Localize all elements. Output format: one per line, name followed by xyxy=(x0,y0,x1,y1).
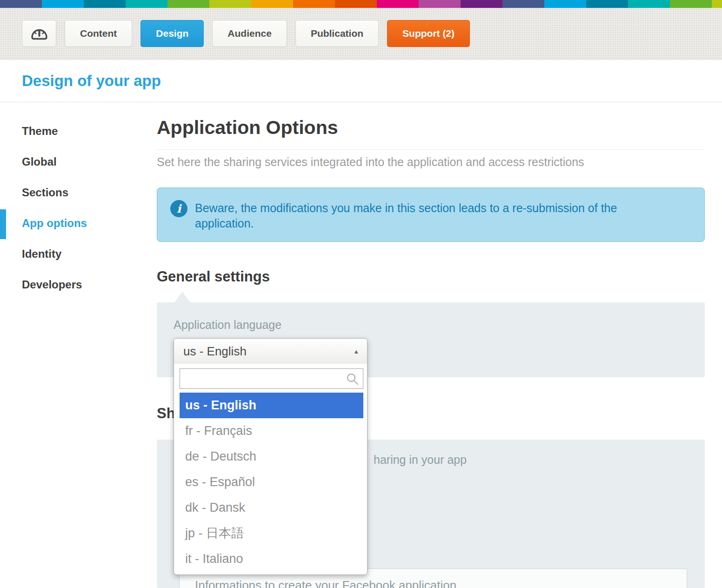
sidebar-active-indicator xyxy=(0,209,6,239)
tab-support[interactable]: Support (2) xyxy=(387,20,470,47)
sidebar-item-app-options[interactable]: App options xyxy=(22,217,87,230)
resubmission-notice: i Beware, the modifications you make in … xyxy=(157,187,705,242)
strip-segment xyxy=(712,0,722,8)
dropdown-option[interactable]: dk - Dansk xyxy=(180,495,363,521)
tab-audience[interactable]: Audience xyxy=(212,20,287,47)
page-title-bar: Design of your app xyxy=(0,60,722,102)
page-title: Design of your app xyxy=(22,72,161,90)
strip-segment xyxy=(670,0,712,8)
rainbow-strip xyxy=(0,0,722,8)
strip-segment xyxy=(461,0,502,8)
panel-notch xyxy=(174,292,190,302)
selected-language: us - English xyxy=(183,339,247,364)
sidebar-item-sections[interactable]: Sections xyxy=(22,186,68,199)
section-subtitle: Set here the sharing services integrated… xyxy=(157,155,584,169)
strip-segment xyxy=(419,0,461,8)
sidebar-item-global[interactable]: Global xyxy=(22,155,57,168)
language-dropdown-trigger[interactable]: us - English ▲ xyxy=(174,339,367,364)
tab-design[interactable]: Design xyxy=(140,20,204,47)
dropdown-option[interactable]: fr - Français xyxy=(180,418,363,444)
strip-segment xyxy=(335,0,377,8)
chevron-up-icon: ▲ xyxy=(353,348,359,355)
dropdown-option[interactable]: de - Deutsch xyxy=(180,444,363,469)
strip-segment xyxy=(167,0,209,8)
section-title: Application Options xyxy=(157,117,338,139)
strip-segment xyxy=(84,0,126,8)
sidebar-item-identity[interactable]: Identity xyxy=(22,247,61,261)
language-options: us - Englishfr - Françaisde - Deutsches … xyxy=(180,393,363,572)
strip-segment xyxy=(126,0,167,8)
dashboard-button[interactable] xyxy=(22,20,56,47)
strip-segment xyxy=(42,0,84,8)
sidebar-item-developers[interactable]: Developers xyxy=(22,278,82,291)
sharing-label-fragment: haring in your app xyxy=(374,453,467,467)
info-icon: i xyxy=(170,200,187,217)
strip-segment xyxy=(544,0,586,8)
gauge-icon xyxy=(29,24,49,43)
dropdown-option[interactable]: it - Italiano xyxy=(180,546,363,572)
strip-segment xyxy=(502,0,544,8)
app-design-page: Content Design Audience Publication Supp… xyxy=(0,0,722,588)
dropdown-option[interactable]: es - Español xyxy=(180,469,363,495)
sidebar-item-theme[interactable]: Theme xyxy=(22,125,58,138)
strip-segment xyxy=(586,0,628,8)
strip-segment xyxy=(628,0,670,8)
application-language-label: Application language xyxy=(174,318,281,332)
notice-text: Beware, the modifications you make in th… xyxy=(195,200,655,231)
strip-segment xyxy=(0,0,42,8)
strip-segment xyxy=(377,0,419,8)
strip-segment xyxy=(293,0,335,8)
tab-content[interactable]: Content xyxy=(65,20,132,47)
divider xyxy=(157,149,705,150)
dropdown-option[interactable]: jp - 日本語 xyxy=(180,521,363,546)
tab-publication[interactable]: Publication xyxy=(295,20,379,47)
strip-segment xyxy=(209,0,251,8)
language-dropdown: us - English ▲ us - Englishfr - Français… xyxy=(174,338,368,575)
general-settings-heading: General settings xyxy=(157,268,270,285)
dropdown-option[interactable]: us - English xyxy=(180,393,363,418)
strip-segment xyxy=(251,0,293,8)
top-navbar: Content Design Audience Publication Supp… xyxy=(0,8,722,60)
language-search-input[interactable] xyxy=(180,369,363,388)
facebook-info-text: Informations to create your Facebook app… xyxy=(195,578,456,588)
language-search-box xyxy=(180,368,363,389)
